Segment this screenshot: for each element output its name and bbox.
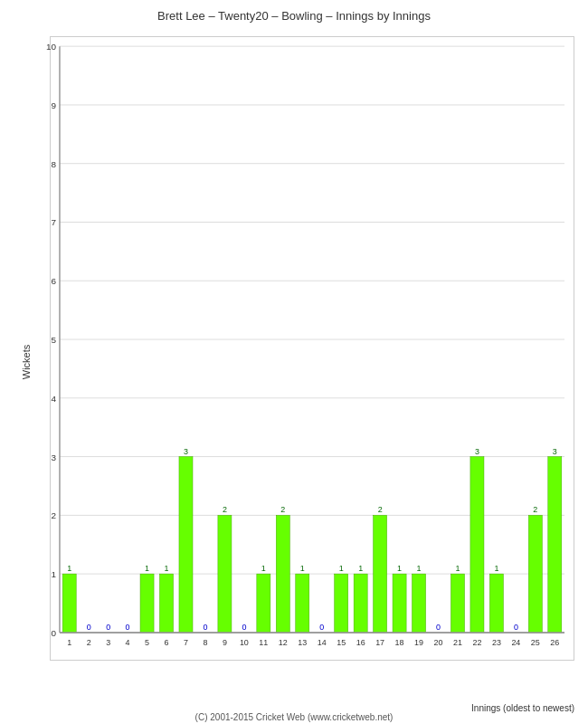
svg-text:2: 2: [87, 638, 91, 647]
svg-text:3: 3: [475, 447, 479, 456]
svg-rect-61: [354, 574, 367, 633]
svg-text:9: 9: [51, 100, 56, 110]
svg-text:14: 14: [318, 638, 327, 647]
svg-text:0: 0: [436, 623, 441, 632]
svg-text:21: 21: [453, 638, 462, 647]
svg-rect-75: [450, 574, 464, 633]
svg-text:1: 1: [145, 564, 149, 573]
svg-rect-50: [276, 515, 289, 633]
svg-text:15: 15: [337, 638, 346, 647]
chart-svg: 0123456789101102030415163708290101112121…: [51, 37, 574, 660]
svg-text:13: 13: [298, 638, 307, 647]
svg-rect-37: [179, 457, 193, 633]
svg-text:1: 1: [165, 564, 169, 573]
svg-rect-58: [335, 574, 348, 633]
svg-rect-78: [470, 457, 484, 633]
svg-text:1: 1: [494, 564, 498, 573]
svg-text:7: 7: [51, 217, 56, 227]
svg-text:18: 18: [395, 638, 404, 647]
svg-text:5: 5: [145, 638, 149, 647]
svg-text:3: 3: [553, 447, 557, 456]
svg-text:11: 11: [259, 638, 268, 647]
svg-rect-34: [160, 574, 174, 633]
svg-text:25: 25: [531, 638, 540, 647]
svg-text:3: 3: [51, 452, 56, 462]
chart-container: Brett Lee – Twenty20 – Bowling – Innings…: [0, 0, 588, 724]
svg-text:0: 0: [51, 628, 56, 638]
svg-text:0: 0: [242, 623, 246, 632]
svg-text:1: 1: [358, 564, 363, 573]
svg-text:16: 16: [356, 638, 365, 647]
svg-text:0: 0: [87, 623, 91, 632]
svg-text:10: 10: [240, 638, 249, 647]
svg-rect-42: [218, 515, 232, 633]
svg-rect-67: [393, 574, 406, 633]
svg-text:5: 5: [51, 335, 56, 345]
svg-text:4: 4: [126, 638, 130, 647]
svg-text:1: 1: [67, 638, 71, 647]
svg-text:26: 26: [550, 638, 559, 647]
svg-text:2: 2: [533, 505, 537, 514]
chart-title: Brett Lee – Twenty20 – Bowling – Innings…: [0, 0, 588, 27]
svg-text:2: 2: [51, 510, 56, 520]
svg-rect-86: [528, 515, 542, 633]
svg-text:2: 2: [378, 505, 383, 514]
y-axis-label: Wickets: [21, 345, 32, 380]
svg-rect-89: [548, 457, 562, 633]
svg-text:1: 1: [397, 564, 402, 573]
svg-text:1: 1: [300, 564, 305, 573]
svg-text:4: 4: [51, 394, 56, 404]
svg-text:0: 0: [106, 623, 110, 632]
svg-text:3: 3: [184, 447, 188, 456]
svg-text:0: 0: [203, 623, 207, 632]
svg-text:8: 8: [203, 638, 207, 647]
svg-rect-22: [62, 574, 76, 633]
svg-rect-70: [413, 574, 426, 633]
svg-text:1: 1: [339, 564, 344, 573]
svg-text:1: 1: [51, 569, 56, 579]
svg-text:1: 1: [261, 564, 266, 573]
svg-text:0: 0: [126, 623, 130, 632]
svg-text:22: 22: [472, 638, 481, 647]
svg-text:0: 0: [514, 623, 518, 632]
svg-text:17: 17: [375, 638, 384, 647]
svg-text:1: 1: [455, 564, 460, 573]
svg-text:12: 12: [279, 638, 288, 647]
svg-text:8: 8: [51, 159, 56, 169]
svg-text:2: 2: [280, 505, 285, 514]
svg-text:24: 24: [511, 638, 520, 647]
svg-rect-47: [257, 574, 270, 633]
footer-text: (C) 2001-2015 Cricket Web (www.cricketwe…: [0, 712, 588, 722]
svg-text:6: 6: [165, 638, 169, 647]
svg-text:3: 3: [106, 638, 110, 647]
svg-rect-64: [374, 515, 387, 633]
svg-text:19: 19: [414, 638, 423, 647]
chart-area: 0123456789101102030415163708290101112121…: [50, 36, 574, 661]
svg-text:7: 7: [184, 638, 188, 647]
svg-text:20: 20: [434, 638, 443, 647]
svg-text:2: 2: [223, 505, 227, 514]
svg-text:23: 23: [492, 638, 501, 647]
svg-rect-81: [489, 574, 503, 633]
svg-rect-53: [296, 574, 309, 633]
svg-text:6: 6: [51, 276, 56, 286]
svg-text:1: 1: [417, 564, 422, 573]
svg-text:1: 1: [67, 564, 71, 573]
svg-text:10: 10: [46, 42, 57, 52]
svg-rect-31: [140, 574, 154, 633]
svg-text:0: 0: [319, 623, 324, 632]
svg-text:9: 9: [223, 638, 227, 647]
